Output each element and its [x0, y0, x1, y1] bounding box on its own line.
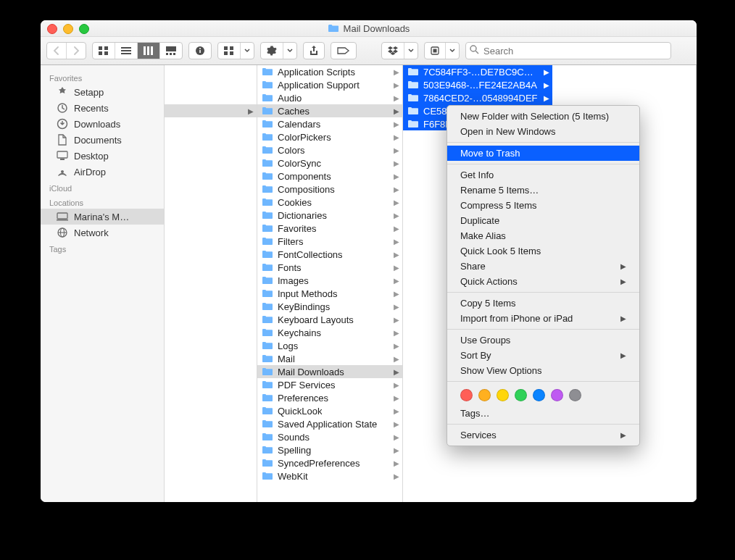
menu-item-show-view-options[interactable]: Show View Options — [447, 363, 639, 378]
menu-item-compress-items[interactable]: Compress 5 Items — [447, 198, 639, 213]
item-name: Saved Application State — [278, 419, 377, 430]
folder-icon — [262, 380, 273, 389]
item-name: Application Support — [278, 80, 360, 91]
sidebar-item-documents[interactable]: Documents — [41, 132, 164, 148]
column-row[interactable]: Keychains▶ — [257, 326, 402, 339]
menu-item-share[interactable]: Share▶ — [447, 259, 639, 274]
search-input[interactable] — [465, 42, 671, 59]
column-row[interactable]: Images▶ — [257, 274, 402, 287]
column-row[interactable]: 7864CED2-…0548994DEF▶ — [403, 91, 552, 104]
view-icons-button[interactable] — [93, 43, 115, 59]
sidebar-item-airdrop[interactable]: AirDrop — [41, 164, 164, 180]
menu-item-quick-actions[interactable]: Quick Actions▶ — [447, 274, 639, 289]
column-row[interactable]: Audio▶ — [257, 91, 402, 104]
menu-item-services[interactable]: Services▶ — [447, 427, 639, 443]
column-row[interactable]: Cookies▶ — [257, 196, 402, 209]
menu-item-quick-look-items[interactable]: Quick Look 5 Items — [447, 243, 639, 259]
tag-dot[interactable] — [569, 389, 581, 401]
column-row[interactable]: Fonts▶ — [257, 261, 402, 274]
menu-item-get-info[interactable]: Get Info — [447, 167, 639, 183]
column-row[interactable]: Components▶ — [257, 170, 402, 183]
close-window-button[interactable] — [47, 24, 57, 34]
column-row[interactable]: Application Support▶ — [257, 78, 402, 91]
column-row[interactable]: Favorites▶ — [257, 222, 402, 235]
disclosure-arrow-icon: ▶ — [394, 172, 399, 180]
menu-item-sort-by[interactable]: Sort By▶ — [447, 348, 639, 363]
column-row[interactable]: ColorPickers▶ — [257, 130, 402, 143]
tag-dot[interactable] — [460, 389, 473, 401]
column-row[interactable]: Dictionaries▶ — [257, 209, 402, 222]
group-menu[interactable] — [217, 42, 254, 59]
menu-item-use-groups[interactable]: Use Groups — [447, 333, 639, 348]
column-row[interactable]: 503E9468-…FE24E2AB4A▶ — [403, 78, 552, 91]
tag-dot[interactable] — [551, 389, 563, 401]
menu-item-label: Show View Options — [460, 365, 542, 376]
menu-item-label: Rename 5 Items… — [460, 185, 539, 196]
minimize-window-button[interactable] — [63, 24, 73, 34]
sidebar-item-marina-s-m-[interactable]: Marina's M… — [41, 209, 164, 225]
menu-item-rename-items-[interactable]: Rename 5 Items… — [447, 183, 639, 198]
sidebar-section-header: Locations — [41, 194, 164, 209]
forward-button[interactable] — [67, 43, 86, 59]
column-row[interactable]: Input Methods▶ — [257, 287, 402, 300]
column-row[interactable]: Colors▶ — [257, 143, 402, 156]
tags-button[interactable] — [331, 42, 357, 59]
sidebar-item-network[interactable]: Network — [41, 225, 164, 241]
dropbox-menu[interactable] — [381, 42, 418, 59]
sidebar-item-desktop[interactable]: Desktop — [41, 148, 164, 164]
back-button[interactable] — [47, 43, 67, 59]
column-row[interactable]: Mail Downloads▶ — [257, 365, 402, 378]
menu-item-tags[interactable]: Tags… — [447, 406, 639, 421]
column-1[interactable]: Application Scripts▶Application Support▶… — [257, 65, 403, 502]
column-row[interactable]: Keyboard Layouts▶ — [257, 313, 402, 326]
svg-rect-4 — [121, 47, 131, 49]
action-menu[interactable] — [260, 42, 297, 59]
column-row[interactable]: Preferences▶ — [257, 391, 402, 404]
menu-item-copy-items[interactable]: Copy 5 Items — [447, 296, 639, 311]
menu-item-move-to-trash[interactable]: Move to Trash — [447, 146, 639, 161]
view-gallery-button[interactable] — [160, 43, 182, 59]
menu-item-make-alias[interactable]: Make Alias — [447, 228, 639, 243]
column-row[interactable]: Application Scripts▶ — [257, 65, 402, 78]
menu-item-duplicate[interactable]: Duplicate — [447, 213, 639, 228]
view-list-button[interactable] — [115, 43, 138, 59]
column-row[interactable]: Logs▶ — [257, 339, 402, 352]
column-row[interactable]: Compositions▶ — [257, 183, 402, 196]
tag-dot[interactable] — [515, 389, 527, 401]
column-row[interactable]: WebKit▶ — [257, 469, 402, 482]
sidebar-item-setapp[interactable]: Setapp — [41, 84, 164, 100]
column-row[interactable]: QuickLook▶ — [257, 404, 402, 417]
disclosure-arrow-icon: ▶ — [394, 120, 399, 128]
menu-item-new-folder-with-selection-items-[interactable]: New Folder with Selection (5 Items) — [447, 109, 639, 124]
tag-dot[interactable] — [497, 389, 509, 401]
column-row[interactable]: Mail▶ — [257, 352, 402, 365]
sidebar-item-recents[interactable]: Recents — [41, 100, 164, 116]
view-columns-button[interactable] — [138, 43, 160, 59]
column-row[interactable]: KeyBindings▶ — [257, 300, 402, 313]
column-row[interactable]: Spelling▶ — [257, 443, 402, 456]
svg-rect-20 — [230, 51, 233, 55]
zoom-window-button[interactable] — [79, 24, 89, 34]
column-row[interactable]: FontCollections▶ — [257, 248, 402, 261]
tag-dot[interactable] — [533, 389, 545, 401]
search-field[interactable] — [465, 42, 647, 59]
column-row[interactable]: Calendars▶ — [257, 117, 402, 130]
app-menu-2[interactable] — [424, 42, 460, 59]
column-row[interactable]: SyncedPreferences▶ — [257, 456, 402, 469]
column-row[interactable]: ▶ — [165, 104, 257, 117]
column-row[interactable]: Saved Application State▶ — [257, 417, 402, 430]
sidebar-section-header: Favorites — [41, 70, 164, 84]
column-row[interactable]: 7C584FF3-…DE7BC9CC87▶ — [403, 65, 552, 78]
share-button[interactable] — [303, 42, 325, 59]
tag-dot[interactable] — [478, 389, 491, 401]
menu-item-import-from-iphone-or-ipad[interactable]: Import from iPhone or iPad▶ — [447, 311, 639, 326]
column-row[interactable]: ColorSync▶ — [257, 156, 402, 170]
column-row[interactable]: Caches▶ — [257, 104, 402, 117]
menu-item-open-in-new-windows[interactable]: Open in New Windows — [447, 124, 639, 139]
column-row[interactable]: Sounds▶ — [257, 430, 402, 443]
column-0[interactable]: ▶ — [165, 65, 257, 502]
column-row[interactable]: Filters▶ — [257, 235, 402, 248]
column-row[interactable]: PDF Services▶ — [257, 378, 402, 391]
get-info-button[interactable] — [188, 42, 212, 59]
sidebar-item-downloads[interactable]: Downloads — [41, 116, 164, 132]
